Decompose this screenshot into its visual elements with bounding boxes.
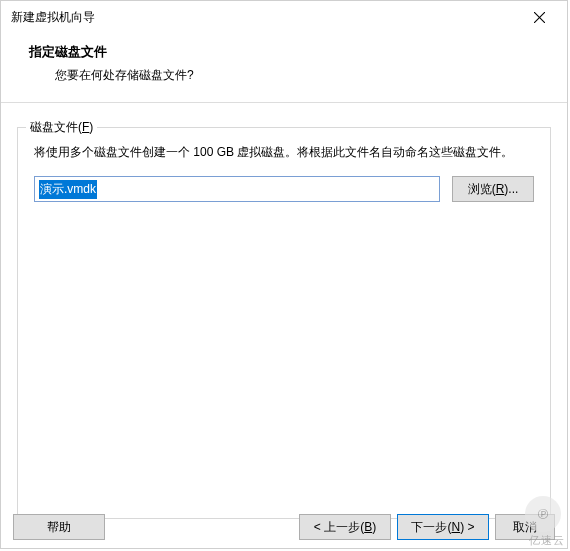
close-icon bbox=[534, 12, 545, 23]
browse-button[interactable]: 浏览(R)... bbox=[452, 176, 534, 202]
cancel-button[interactable]: 取消 bbox=[495, 514, 555, 540]
content-area: 磁盘文件(F) 将使用多个磁盘文件创建一个 100 GB 虚拟磁盘。将根据此文件… bbox=[1, 102, 567, 529]
page-subtitle: 您要在何处存储磁盘文件? bbox=[55, 67, 539, 84]
fieldset-legend: 磁盘文件(F) bbox=[26, 119, 97, 136]
wizard-window: 新建虚拟机向导 指定磁盘文件 您要在何处存储磁盘文件? 磁盘文件(F) 将使用多… bbox=[0, 0, 568, 549]
close-button[interactable] bbox=[519, 3, 559, 31]
back-button[interactable]: < 上一步(B) bbox=[299, 514, 391, 540]
page-title: 指定磁盘文件 bbox=[29, 43, 539, 61]
wizard-header: 指定磁盘文件 您要在何处存储磁盘文件? bbox=[1, 33, 567, 102]
help-button[interactable]: 帮助 bbox=[13, 514, 105, 540]
title-bar: 新建虚拟机向导 bbox=[1, 1, 567, 33]
disk-file-input[interactable]: 演示.vmdk bbox=[34, 176, 440, 202]
file-row: 演示.vmdk 浏览(R)... bbox=[34, 176, 534, 202]
disk-file-value: 演示.vmdk bbox=[39, 180, 97, 199]
wizard-footer: 帮助 < 上一步(B) 下一步(N) > 取消 bbox=[1, 514, 567, 540]
fieldset-description: 将使用多个磁盘文件创建一个 100 GB 虚拟磁盘。将根据此文件名自动命名这些磁… bbox=[34, 142, 534, 162]
disk-file-fieldset: 磁盘文件(F) 将使用多个磁盘文件创建一个 100 GB 虚拟磁盘。将根据此文件… bbox=[17, 127, 551, 519]
window-title: 新建虚拟机向导 bbox=[11, 9, 519, 26]
next-button[interactable]: 下一步(N) > bbox=[397, 514, 489, 540]
